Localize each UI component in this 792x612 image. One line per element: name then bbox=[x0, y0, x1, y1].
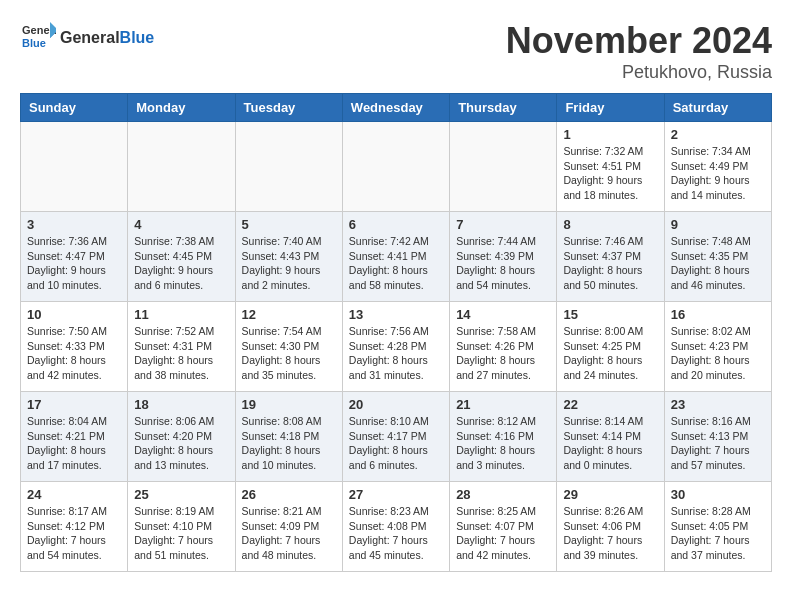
calendar-day: 23Sunrise: 8:16 AM Sunset: 4:13 PM Dayli… bbox=[664, 392, 771, 482]
calendar-day: 9Sunrise: 7:48 AM Sunset: 4:35 PM Daylig… bbox=[664, 212, 771, 302]
day-info: Sunrise: 7:54 AM Sunset: 4:30 PM Dayligh… bbox=[242, 324, 336, 383]
day-info: Sunrise: 8:23 AM Sunset: 4:08 PM Dayligh… bbox=[349, 504, 443, 563]
calendar-day: 14Sunrise: 7:58 AM Sunset: 4:26 PM Dayli… bbox=[450, 302, 557, 392]
week-row-2: 3Sunrise: 7:36 AM Sunset: 4:47 PM Daylig… bbox=[21, 212, 772, 302]
day-info: Sunrise: 8:08 AM Sunset: 4:18 PM Dayligh… bbox=[242, 414, 336, 473]
calendar-day: 6Sunrise: 7:42 AM Sunset: 4:41 PM Daylig… bbox=[342, 212, 449, 302]
calendar-day: 10Sunrise: 7:50 AM Sunset: 4:33 PM Dayli… bbox=[21, 302, 128, 392]
calendar-day: 25Sunrise: 8:19 AM Sunset: 4:10 PM Dayli… bbox=[128, 482, 235, 572]
day-number: 9 bbox=[671, 217, 765, 232]
day-info: Sunrise: 8:00 AM Sunset: 4:25 PM Dayligh… bbox=[563, 324, 657, 383]
day-number: 19 bbox=[242, 397, 336, 412]
weekday-header-saturday: Saturday bbox=[664, 94, 771, 122]
calendar-day bbox=[235, 122, 342, 212]
calendar-day: 11Sunrise: 7:52 AM Sunset: 4:31 PM Dayli… bbox=[128, 302, 235, 392]
calendar-day: 17Sunrise: 8:04 AM Sunset: 4:21 PM Dayli… bbox=[21, 392, 128, 482]
day-number: 25 bbox=[134, 487, 228, 502]
weekday-header-thursday: Thursday bbox=[450, 94, 557, 122]
day-number: 6 bbox=[349, 217, 443, 232]
day-info: Sunrise: 7:42 AM Sunset: 4:41 PM Dayligh… bbox=[349, 234, 443, 293]
day-info: Sunrise: 7:40 AM Sunset: 4:43 PM Dayligh… bbox=[242, 234, 336, 293]
weekday-header-wednesday: Wednesday bbox=[342, 94, 449, 122]
day-info: Sunrise: 8:04 AM Sunset: 4:21 PM Dayligh… bbox=[27, 414, 121, 473]
calendar-day: 28Sunrise: 8:25 AM Sunset: 4:07 PM Dayli… bbox=[450, 482, 557, 572]
day-info: Sunrise: 7:52 AM Sunset: 4:31 PM Dayligh… bbox=[134, 324, 228, 383]
day-number: 22 bbox=[563, 397, 657, 412]
day-number: 10 bbox=[27, 307, 121, 322]
week-row-4: 17Sunrise: 8:04 AM Sunset: 4:21 PM Dayli… bbox=[21, 392, 772, 482]
calendar-day: 18Sunrise: 8:06 AM Sunset: 4:20 PM Dayli… bbox=[128, 392, 235, 482]
day-info: Sunrise: 8:28 AM Sunset: 4:05 PM Dayligh… bbox=[671, 504, 765, 563]
day-number: 23 bbox=[671, 397, 765, 412]
day-info: Sunrise: 8:19 AM Sunset: 4:10 PM Dayligh… bbox=[134, 504, 228, 563]
day-number: 13 bbox=[349, 307, 443, 322]
location: Petukhovo, Russia bbox=[506, 62, 772, 83]
calendar-day: 30Sunrise: 8:28 AM Sunset: 4:05 PM Dayli… bbox=[664, 482, 771, 572]
calendar-day: 12Sunrise: 7:54 AM Sunset: 4:30 PM Dayli… bbox=[235, 302, 342, 392]
day-info: Sunrise: 7:34 AM Sunset: 4:49 PM Dayligh… bbox=[671, 144, 765, 203]
day-info: Sunrise: 8:17 AM Sunset: 4:12 PM Dayligh… bbox=[27, 504, 121, 563]
day-number: 7 bbox=[456, 217, 550, 232]
day-number: 18 bbox=[134, 397, 228, 412]
logo: General Blue GeneralBlue bbox=[20, 20, 154, 56]
title-block: November 2024 Petukhovo, Russia bbox=[506, 20, 772, 83]
day-number: 14 bbox=[456, 307, 550, 322]
calendar-day: 27Sunrise: 8:23 AM Sunset: 4:08 PM Dayli… bbox=[342, 482, 449, 572]
day-info: Sunrise: 7:32 AM Sunset: 4:51 PM Dayligh… bbox=[563, 144, 657, 203]
day-number: 17 bbox=[27, 397, 121, 412]
day-number: 8 bbox=[563, 217, 657, 232]
day-number: 15 bbox=[563, 307, 657, 322]
day-info: Sunrise: 8:10 AM Sunset: 4:17 PM Dayligh… bbox=[349, 414, 443, 473]
calendar-day: 22Sunrise: 8:14 AM Sunset: 4:14 PM Dayli… bbox=[557, 392, 664, 482]
calendar-day: 13Sunrise: 7:56 AM Sunset: 4:28 PM Dayli… bbox=[342, 302, 449, 392]
calendar-day: 4Sunrise: 7:38 AM Sunset: 4:45 PM Daylig… bbox=[128, 212, 235, 302]
day-number: 1 bbox=[563, 127, 657, 142]
month-title: November 2024 bbox=[506, 20, 772, 62]
calendar-day: 15Sunrise: 8:00 AM Sunset: 4:25 PM Dayli… bbox=[557, 302, 664, 392]
calendar-day: 1Sunrise: 7:32 AM Sunset: 4:51 PM Daylig… bbox=[557, 122, 664, 212]
calendar-day bbox=[128, 122, 235, 212]
week-row-5: 24Sunrise: 8:17 AM Sunset: 4:12 PM Dayli… bbox=[21, 482, 772, 572]
day-number: 21 bbox=[456, 397, 550, 412]
day-number: 26 bbox=[242, 487, 336, 502]
weekday-header-row: SundayMondayTuesdayWednesdayThursdayFrid… bbox=[21, 94, 772, 122]
day-number: 27 bbox=[349, 487, 443, 502]
page-header: General Blue GeneralBlue November 2024 P… bbox=[20, 20, 772, 83]
weekday-header-friday: Friday bbox=[557, 94, 664, 122]
day-info: Sunrise: 7:36 AM Sunset: 4:47 PM Dayligh… bbox=[27, 234, 121, 293]
day-number: 28 bbox=[456, 487, 550, 502]
day-info: Sunrise: 7:38 AM Sunset: 4:45 PM Dayligh… bbox=[134, 234, 228, 293]
day-info: Sunrise: 8:25 AM Sunset: 4:07 PM Dayligh… bbox=[456, 504, 550, 563]
day-info: Sunrise: 7:48 AM Sunset: 4:35 PM Dayligh… bbox=[671, 234, 765, 293]
week-row-3: 10Sunrise: 7:50 AM Sunset: 4:33 PM Dayli… bbox=[21, 302, 772, 392]
day-info: Sunrise: 7:50 AM Sunset: 4:33 PM Dayligh… bbox=[27, 324, 121, 383]
logo-icon: General Blue bbox=[20, 20, 56, 56]
day-number: 20 bbox=[349, 397, 443, 412]
day-number: 4 bbox=[134, 217, 228, 232]
calendar-day: 5Sunrise: 7:40 AM Sunset: 4:43 PM Daylig… bbox=[235, 212, 342, 302]
day-number: 2 bbox=[671, 127, 765, 142]
calendar-day: 24Sunrise: 8:17 AM Sunset: 4:12 PM Dayli… bbox=[21, 482, 128, 572]
weekday-header-sunday: Sunday bbox=[21, 94, 128, 122]
day-info: Sunrise: 8:21 AM Sunset: 4:09 PM Dayligh… bbox=[242, 504, 336, 563]
day-number: 3 bbox=[27, 217, 121, 232]
calendar-day bbox=[342, 122, 449, 212]
calendar-day: 26Sunrise: 8:21 AM Sunset: 4:09 PM Dayli… bbox=[235, 482, 342, 572]
calendar-day bbox=[21, 122, 128, 212]
calendar-day: 20Sunrise: 8:10 AM Sunset: 4:17 PM Dayli… bbox=[342, 392, 449, 482]
day-info: Sunrise: 8:06 AM Sunset: 4:20 PM Dayligh… bbox=[134, 414, 228, 473]
day-number: 30 bbox=[671, 487, 765, 502]
day-info: Sunrise: 7:46 AM Sunset: 4:37 PM Dayligh… bbox=[563, 234, 657, 293]
calendar-day: 8Sunrise: 7:46 AM Sunset: 4:37 PM Daylig… bbox=[557, 212, 664, 302]
day-number: 24 bbox=[27, 487, 121, 502]
calendar-table: SundayMondayTuesdayWednesdayThursdayFrid… bbox=[20, 93, 772, 572]
day-number: 12 bbox=[242, 307, 336, 322]
day-info: Sunrise: 8:14 AM Sunset: 4:14 PM Dayligh… bbox=[563, 414, 657, 473]
day-number: 29 bbox=[563, 487, 657, 502]
day-info: Sunrise: 8:02 AM Sunset: 4:23 PM Dayligh… bbox=[671, 324, 765, 383]
day-number: 5 bbox=[242, 217, 336, 232]
logo-blue-text: Blue bbox=[120, 29, 155, 46]
calendar-day: 7Sunrise: 7:44 AM Sunset: 4:39 PM Daylig… bbox=[450, 212, 557, 302]
weekday-header-monday: Monday bbox=[128, 94, 235, 122]
day-number: 11 bbox=[134, 307, 228, 322]
